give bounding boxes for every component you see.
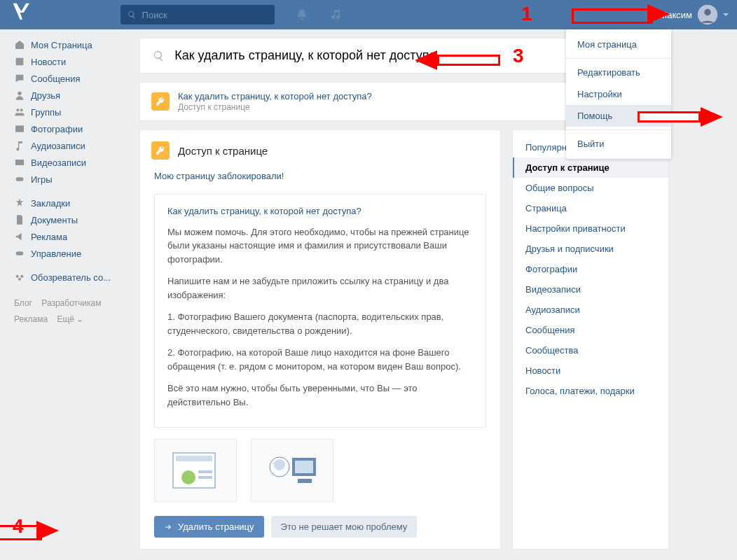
key-icon [151,92,170,111]
vk-logo[interactable] [8,0,36,31]
cat-messages[interactable]: Сообщения [513,320,668,340]
avatar [698,5,717,24]
annotation-4: 4 [36,521,59,540]
cat-photos[interactable]: Фотографии [513,259,668,279]
left-sidebar: Моя Страница Новости Сообщения Друзья Гр… [14,29,130,550]
nav-ads[interactable]: Реклама [14,228,130,245]
result-title: Как удалить страницу, к которой нет дост… [178,91,372,102]
search-icon [153,50,165,62]
result-sub: Доступ к странице [178,102,372,112]
svg-rect-22 [298,479,312,483]
cat-payments[interactable]: Голоса, платежи, подарки [513,381,668,401]
svg-point-2 [18,92,21,95]
cat-general[interactable]: Общие вопросы [513,178,668,198]
svg-point-6 [18,127,21,130]
nav-news[interactable]: Новости [14,53,130,70]
nav-groups[interactable]: Группы [14,104,130,120]
cat-news[interactable]: Новости [513,360,668,381]
article-p4: 2. Фотографию, на которой Ваше лицо нахо… [167,346,473,373]
annotation-3: 3 [415,50,437,70]
dropdown-myprofile[interactable]: Моя страница [566,34,671,55]
chevron-down-icon [723,13,729,16]
cat-page[interactable]: Страница [513,198,668,218]
footer-devs[interactable]: Разработчикам [41,298,101,308]
global-search-input[interactable] [142,10,268,20]
example-image-document [154,439,237,502]
nav-friends[interactable]: Друзья [14,87,130,104]
nav-manage[interactable]: Управление [14,245,130,262]
dropdown-edit[interactable]: Редактировать [566,62,671,83]
svg-point-3 [16,108,19,111]
article-p2: Напишите нам и не забудьте приложить ссы… [167,274,473,302]
cat-video[interactable]: Видеозаписи [513,279,668,300]
nav-photos[interactable]: Фотографии [14,120,130,137]
article-p1: Мы можем помочь. Для этого необходимо, ч… [167,225,473,267]
cat-audio[interactable]: Аудиозаписи [513,300,668,320]
svg-rect-16 [198,470,212,473]
dropdown-settings[interactable]: Настройки [566,83,671,105]
delete-page-button[interactable]: Удалить страницу [154,516,264,538]
footer-more[interactable]: Ещё ⌄ [57,314,83,324]
nav-messages[interactable]: Сообщения [14,70,130,87]
example-image-selfie [251,439,333,502]
nav-docs[interactable]: Документы [14,211,130,228]
article-p3: 1. Фотографию Вашего документа (паспорта… [167,310,473,337]
svg-point-11 [20,275,23,278]
footer-links: Блог Разработчикам Реклама Ещё ⌄ [14,295,130,328]
svg-point-10 [16,275,19,278]
cat-friends[interactable]: Друзья и подписчики [513,239,668,259]
article-p5: Всё это нам нужно, чтобы быть уверенными… [167,382,473,409]
nav-my-page[interactable]: Моя Страница [14,36,130,53]
svg-point-12 [18,278,21,281]
related-link[interactable]: Мою страницу заблокировали! [140,160,500,188]
bell-icon[interactable] [296,8,308,21]
article-question: Как удалить страницу, к которой нет дост… [167,204,473,218]
header-icons [296,8,342,21]
article-box: Как удалить страницу, к которой нет дост… [154,194,486,428]
nav-communities-browser[interactable]: Обозреватель со... [14,269,130,286]
nav-bookmarks[interactable]: Закладки [14,195,130,211]
svg-point-19 [274,459,285,470]
footer-ads[interactable]: Реклама [14,314,48,324]
svg-rect-9 [16,251,24,255]
cat-communities[interactable]: Сообщества [513,340,668,360]
svg-rect-17 [198,476,212,479]
cat-access[interactable]: Доступ к странице [513,158,668,178]
nav-audio[interactable]: Аудиозаписи [14,137,130,154]
arrow-right-icon [164,523,172,531]
annotation-2: 2 [701,107,723,127]
key-icon [151,141,170,160]
not-solved-button[interactable]: Это не решает мою проблему [271,516,418,538]
header-user[interactable]: Максим [659,5,729,24]
svg-rect-21 [295,461,313,473]
svg-rect-14 [176,456,212,461]
annotation-1: 1 [647,4,670,24]
dropdown-logout[interactable]: Выйти [566,133,671,155]
nav-games[interactable]: Игры [14,171,130,188]
footer-blog[interactable]: Блог [14,298,32,308]
global-search[interactable] [120,5,275,24]
svg-point-15 [181,470,195,484]
article-panel: Доступ к странице Мою страницу заблокиро… [139,130,501,550]
search-icon [128,10,137,20]
cat-privacy[interactable]: Настройки приватности [513,218,668,239]
music-icon[interactable] [329,8,342,21]
svg-point-4 [20,108,23,111]
help-categories: Популярные Доступ к странице Общие вопро… [512,130,669,550]
section-heading: Доступ к странице [178,145,268,157]
user-dropdown: Моя страница Редактировать Настройки Пом… [566,29,671,159]
svg-rect-8 [16,177,24,181]
nav-video[interactable]: Видеозаписи [14,154,130,171]
svg-point-1 [704,9,710,15]
